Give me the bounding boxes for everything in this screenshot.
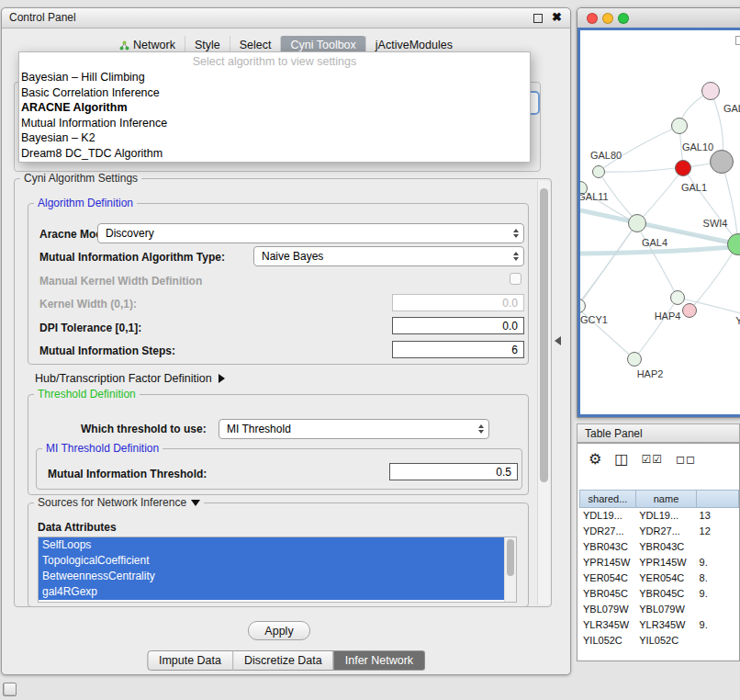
table-cell: 8. (696, 570, 737, 586)
mi-threshold-input[interactable]: 0.5 (389, 463, 518, 480)
canvas-corner-box[interactable] (735, 36, 740, 45)
algorithm-option[interactable]: Mutual Information Inference (19, 116, 530, 131)
attribute-item[interactable]: gal4RGexp (39, 584, 505, 600)
algorithm-option-list: Bayesian – Hill ClimbingBasic Correlatio… (19, 70, 530, 161)
sources-group: Sources for Network Inference Data Attri… (28, 502, 529, 607)
close-window-icon[interactable]: ✖ (552, 10, 562, 24)
attributes-scroll-thumb[interactable] (507, 539, 514, 576)
tab-impute-data[interactable]: Impute Data (147, 650, 233, 671)
kernel-width-input[interactable]: 0.0 (392, 294, 524, 311)
columns-icon[interactable]: ◫ (614, 451, 628, 468)
graph-node-gray-hub[interactable] (710, 150, 734, 174)
table-header-row: shared...name (579, 490, 739, 508)
combo-stepper-icon (513, 252, 519, 261)
tab-discretize-data[interactable]: Discretize Data (233, 650, 334, 671)
graph-node-red-selected[interactable] (675, 160, 691, 176)
dpi-tolerance-input[interactable]: 0.0 (392, 317, 524, 334)
table-row[interactable]: YBL079WYBL079W (579, 602, 737, 617)
table-cell: YDR27... (635, 524, 695, 539)
table-row[interactable]: YIL052CYIL052C (579, 633, 737, 649)
algorithm-option[interactable]: ARACNE Algorithm (19, 100, 530, 116)
network-window: GAL8GAL80GAL10GAL11GAL1SWI4GAL4GCY1HAP4Y… (577, 7, 740, 418)
mac-minimize-icon[interactable] (602, 13, 613, 24)
mac-close-icon[interactable] (587, 13, 598, 24)
table-row[interactable]: YER054CYER054C8. (579, 570, 737, 586)
table-cell (696, 602, 737, 617)
table-cell: YBR043C (579, 539, 635, 555)
data-attributes-label: Data Attributes (38, 521, 117, 534)
settings-scrollbar[interactable] (537, 181, 550, 604)
attributes-scrollbar[interactable] (504, 537, 516, 602)
algorithm-option[interactable]: Dream8 DC_TDC Algorithm (19, 146, 530, 162)
table-cell: YDL19... (635, 508, 695, 524)
table-cell: YPR145W (635, 555, 695, 570)
table-cell: 9. (696, 555, 737, 570)
node-label: SWI4 (703, 218, 728, 229)
threshold-definition-group: Threshold Definition Which threshold to … (28, 394, 529, 495)
table-row[interactable]: YDR27...YDR27...12 (579, 524, 737, 539)
attribute-item[interactable]: SelfLoops (39, 537, 505, 553)
node-label: GCY1 (580, 314, 608, 325)
mi-threshold-definition-title: MI Threshold Definition (42, 442, 163, 455)
table-body: YDL19...YDL19...13YDR27...YDR27...12YBR0… (579, 508, 737, 660)
algorithm-option[interactable]: Basic Correlation Inference (19, 85, 530, 101)
graph-node-green-1[interactable] (671, 118, 688, 134)
manual-kernel-width-checkbox[interactable] (510, 273, 521, 285)
graph-node-gal4[interactable] (628, 214, 646, 232)
attribute-item[interactable]: BetweennessCentrality (39, 569, 505, 584)
tab-label: Select (240, 39, 272, 51)
float-window-icon[interactable] (533, 14, 543, 23)
node-label: Y (735, 315, 740, 326)
mi-algorithm-type-select[interactable]: Naive Bayes (253, 246, 524, 266)
graph-node-pink-top[interactable] (701, 82, 720, 100)
table-row[interactable]: YLR345WYLR345W9. (579, 617, 737, 633)
settings-scroll-thumb[interactable] (540, 188, 548, 482)
column-header[interactable]: shared... (579, 490, 636, 508)
node-label: GAL10 (682, 141, 713, 152)
gear-icon[interactable]: ⚙ (589, 451, 601, 468)
node-label: HAP2 (637, 368, 664, 379)
table-row[interactable]: YBR043CYBR043C (579, 539, 737, 555)
mi-steps-input[interactable]: 6 (392, 341, 524, 358)
panel-collapse-arrow[interactable] (555, 336, 561, 345)
algorithm-definition-group: Algorithm Definition Aracne Mode: Discov… (28, 203, 529, 365)
mac-zoom-icon[interactable] (618, 13, 629, 24)
table-panel-titlebar[interactable]: Table Panel (577, 423, 740, 443)
table-row[interactable]: YBR045CYBR045C9. (579, 586, 737, 602)
column-header[interactable]: name (636, 490, 697, 508)
table-cell: YPR145W (579, 555, 635, 570)
algorithm-option[interactable]: Bayesian – K2 (19, 130, 530, 146)
table-cell: YER054C (579, 570, 635, 586)
graph-node-hap2[interactable] (627, 352, 642, 367)
data-attributes-list[interactable]: SelfLoopsTopologicalCoefficientBetweenne… (38, 536, 517, 603)
algorithm-option[interactable]: Bayesian – Hill Climbing (19, 70, 530, 85)
algorithm-placeholder: Select algorithm to view settings (19, 54, 530, 70)
apply-button[interactable]: Apply (248, 621, 310, 640)
graph-node-green-4[interactable] (670, 290, 685, 305)
minimized-panel-icon[interactable] (3, 683, 17, 696)
settings-group-title: Cyni Algorithm Settings (20, 172, 141, 185)
table-cell: YLR345W (635, 617, 695, 633)
threshold-definition-title: Threshold Definition (34, 388, 140, 401)
table-row[interactable]: YPR145WYPR145W9. (579, 555, 737, 570)
hub-definition-section[interactable]: Hub/Transcription Factor Definition (35, 372, 225, 385)
table-row[interactable]: YDL19...YDL19...13 (579, 508, 737, 524)
tab-infer-network[interactable]: Infer Network (334, 650, 425, 671)
aracne-mode-select[interactable]: Discovery (97, 223, 524, 243)
aracne-mode-value: Discovery (106, 227, 154, 240)
control-panel-titlebar[interactable]: Control Panel ✖ (2, 8, 570, 28)
column-header[interactable] (697, 490, 739, 508)
attribute-item[interactable]: TopologicalCoefficient (39, 553, 505, 569)
network-canvas[interactable]: GAL8GAL80GAL10GAL11GAL1SWI4GAL4GCY1HAP4Y… (577, 28, 740, 417)
select-all-icon[interactable]: ☑☑ (641, 451, 663, 468)
node-label: GAL8 (723, 103, 740, 114)
table-panel-title: Table Panel (585, 427, 643, 440)
node-label: GAL1 (681, 182, 707, 193)
graph-node-green-2[interactable] (592, 165, 605, 178)
network-window-titlebar[interactable] (577, 8, 740, 28)
sources-group-title[interactable]: Sources for Network Inference (34, 496, 204, 509)
network-tab-icon (119, 40, 129, 51)
deselect-all-icon[interactable]: ◻◻ (676, 451, 696, 468)
graph-node-pink-hap4[interactable] (682, 303, 697, 318)
which-threshold-select[interactable]: MI Threshold (219, 419, 489, 439)
